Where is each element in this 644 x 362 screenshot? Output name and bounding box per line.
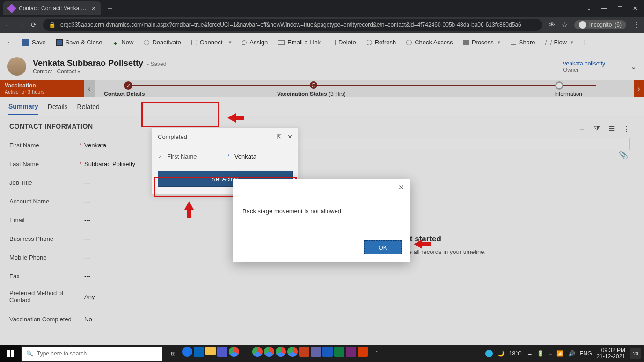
- chrome-icon-4[interactable]: [276, 347, 286, 357]
- incognito-count: (6): [615, 22, 622, 28]
- battery-icon[interactable]: 🔋: [537, 350, 544, 357]
- lock-icon: 🔒: [49, 22, 56, 28]
- language-indicator[interactable]: ENG: [580, 350, 592, 357]
- search-placeholder: Type here to search: [37, 350, 87, 357]
- browser-tab[interactable]: Contact: Contact: Venkata Subba ×: [3, 1, 101, 15]
- kebab-icon[interactable]: ⋮: [633, 21, 639, 29]
- back-icon[interactable]: ←: [5, 21, 11, 29]
- word-icon[interactable]: [322, 347, 333, 357]
- edge-icon[interactable]: [182, 347, 192, 357]
- star-icon[interactable]: ☆: [562, 21, 568, 29]
- notifications-button[interactable]: 20: [630, 348, 641, 359]
- windows-taskbar: 🔍Type here to search ⊞ ˄ 🌙 18°C ☁ 🔋 ⏚ 📶 …: [0, 345, 644, 362]
- app-icon-3[interactable]: [346, 347, 356, 357]
- temperature: 18°C: [509, 350, 522, 357]
- close-tab-icon[interactable]: ×: [92, 5, 95, 12]
- dialog-close-icon[interactable]: ✕: [398, 183, 404, 192]
- incognito-icon: [579, 21, 586, 29]
- windows-icon: [7, 350, 14, 357]
- system-tray: 🌙 18°C ☁ 🔋 ⏚ 📶 🔊 ENG 09:32 PM 21-12-2021…: [485, 348, 644, 360]
- teams-icon[interactable]: [217, 347, 227, 357]
- tray-icon[interactable]: 🌙: [498, 350, 505, 357]
- chevron-up-icon[interactable]: ˄: [369, 347, 384, 361]
- dynamics-icon: [7, 4, 16, 13]
- forward-icon[interactable]: →: [18, 21, 24, 29]
- minimize-icon[interactable]: —: [601, 5, 607, 12]
- new-tab-button[interactable]: ＋: [106, 3, 114, 14]
- app-icon-4[interactable]: [358, 347, 368, 357]
- browser-toolbar: ← → ⟳ 🔒 orgd335aaae.crm.dynamics.com/mai…: [0, 17, 644, 33]
- dialog-message: Back stage movement is not allowed: [242, 208, 341, 215]
- notification-count: 20: [633, 351, 638, 356]
- eye-off-icon[interactable]: 👁: [549, 21, 555, 29]
- dialog-ok-button[interactable]: OK: [364, 240, 402, 254]
- error-dialog: ✕ Back stage movement is not allowed OK: [233, 179, 410, 262]
- app-icon-1[interactable]: [299, 347, 309, 357]
- close-window-icon[interactable]: ✕: [633, 5, 637, 12]
- clock[interactable]: 09:32 PM 21-12-2021: [597, 348, 625, 360]
- tray-icon[interactable]: [485, 350, 493, 357]
- task-view-icon[interactable]: ⊞: [166, 347, 181, 361]
- incognito-label: Incognito: [589, 22, 612, 28]
- taskbar-search[interactable]: 🔍Type here to search: [22, 347, 162, 361]
- app-icon-2[interactable]: [311, 347, 321, 357]
- chrome-icon-1[interactable]: [229, 347, 239, 357]
- address-bar[interactable]: 🔒 orgd335aaae.crm.dynamics.com/main.aspx…: [43, 19, 542, 31]
- chrome-icon-2[interactable]: [252, 347, 263, 357]
- url-text: orgd335aaae.crm.dynamics.com/main.aspx?c…: [60, 22, 521, 28]
- browser-tab-strip: Contact: Contact: Venkata Subba × ＋ ⌄ — …: [0, 0, 644, 17]
- volume-icon[interactable]: 🔊: [568, 350, 575, 357]
- chevron-down-icon[interactable]: ⌄: [586, 5, 591, 12]
- weather-widget[interactable]: 18°C: [509, 350, 522, 357]
- store-icon[interactable]: [241, 347, 251, 357]
- wifi-icon[interactable]: 📶: [556, 350, 564, 357]
- date: 21-12-2021: [597, 354, 625, 360]
- onedrive-icon[interactable]: ☁: [527, 350, 532, 357]
- search-icon: 🔍: [26, 350, 33, 357]
- maximize-icon[interactable]: ☐: [617, 5, 622, 12]
- tab-title: Contact: Contact: Venkata Subba: [19, 5, 88, 12]
- chrome-icon-3[interactable]: [264, 347, 274, 357]
- network-icon[interactable]: ⏚: [549, 350, 552, 357]
- explorer-icon[interactable]: [205, 347, 216, 355]
- taskbar-apps: ⊞ ˄: [166, 347, 384, 361]
- excel-icon[interactable]: [334, 347, 344, 357]
- start-button[interactable]: [0, 345, 21, 362]
- incognito-indicator[interactable]: Incognito (6): [574, 20, 626, 29]
- reload-icon[interactable]: ⟳: [31, 21, 37, 29]
- chrome-icon-5[interactable]: [287, 347, 298, 357]
- outlook-icon[interactable]: [194, 347, 204, 357]
